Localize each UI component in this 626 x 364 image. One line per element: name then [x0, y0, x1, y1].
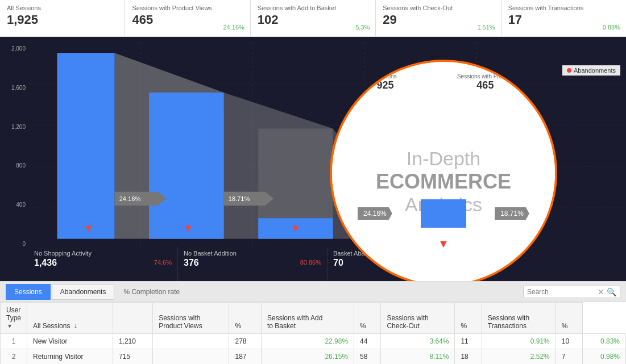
cell-product-views-pct-1: 26.15%: [261, 349, 354, 365]
th-check-out-label: Sessions withCheck-Out: [387, 314, 428, 330]
mag-pct-row: 24.16% 18.71%: [332, 199, 555, 228]
magnifier-ecommerce: ECOMMERCE: [376, 170, 511, 194]
svg-text:▼: ▼: [291, 223, 301, 234]
cell-empty-1: [153, 349, 229, 365]
abandonments-label: Abandonments: [574, 67, 616, 74]
th-product-views-label: Sessions withProduct Views: [159, 314, 202, 330]
stat-all-sessions: All Sessions 1,925: [0, 0, 125, 36]
th-check-out: Sessions withCheck-Out: [381, 303, 455, 334]
th-all-sessions-label: All Sessions: [33, 322, 70, 330]
stat-check-out-label: Sessions with Check-Out: [383, 5, 494, 11]
funnel-col-no-basket: No Basket Addition 376 80.86%: [178, 247, 327, 281]
cell-add-basket-1: 58: [354, 349, 381, 365]
search-input[interactable]: [527, 288, 595, 296]
y-label-1600: 1,600: [11, 85, 26, 91]
svg-rect-16: [57, 53, 115, 239]
stat-product-views-pct: 24.16%: [223, 24, 244, 31]
svg-text:18.71%: 18.71%: [229, 195, 250, 202]
mag-stat-product: Sessions with Produ... 465: [457, 73, 513, 91]
th-all-sessions[interactable]: All Sessions ↓: [27, 303, 113, 334]
th-empty: [113, 303, 152, 334]
mag-pct2: 18.71%: [495, 207, 529, 220]
cell-checkout-0: 11: [455, 334, 482, 349]
cell-checkout-pct-0: 0.91%: [482, 334, 555, 349]
cell-transactions-0: 10: [555, 334, 582, 349]
mag-blue-bar: [421, 199, 466, 228]
search-clear-icon[interactable]: ✕: [598, 287, 604, 296]
magnifier-content: Sessions 925 Sessions with Produ... 465 …: [332, 62, 555, 281]
cell-transactions-1: 7: [555, 349, 582, 365]
no-basket-value: 376: [184, 258, 199, 267]
data-table: User Type ▾ All Sessions ↓ Sessions with…: [0, 302, 626, 364]
cell-product-views-pct-0: 22.98%: [261, 334, 354, 349]
table-row: 1 New Visitor 1,210 278 22.98% 44 3.64% …: [1, 334, 626, 349]
magnifier-indepth: In-Depth: [376, 148, 511, 170]
cell-user-type-1: Returning Visitor: [27, 349, 113, 365]
th-user-type-filter-icon[interactable]: ▾: [8, 322, 11, 330]
stat-add-to-basket-pct: 5.3%: [355, 24, 370, 31]
stat-add-to-basket-value: 102: [258, 12, 368, 27]
th-product-views: Sessions withProduct Views: [153, 303, 229, 334]
stats-bar: All Sessions 1,925 Sessions with Product…: [0, 0, 626, 37]
th-all-sessions-sort-icon[interactable]: ↓: [74, 322, 77, 330]
y-label-400: 400: [16, 202, 26, 208]
mag-stat-sessions: Sessions 925: [374, 73, 397, 91]
cell-all-sessions-1: 715: [113, 349, 152, 365]
y-label-1200: 1,200: [11, 124, 26, 130]
tab-completion-rate[interactable]: % Completion rate: [115, 284, 188, 299]
svg-text:24.16%: 24.16%: [119, 195, 141, 202]
cell-add-basket-0: 44: [354, 334, 381, 349]
th-user-type-label: User Type: [6, 306, 21, 322]
y-label-800: 800: [16, 162, 26, 169]
th-add-to-basket: Sessions with Addto Basket: [261, 303, 354, 334]
stat-check-out: Sessions with Check-Out 29 1.51%: [376, 0, 501, 36]
no-shopping-pct: 74.6%: [154, 259, 172, 266]
stat-transactions: Sessions with Transactions 17 0.88%: [501, 0, 626, 36]
row-num-1: 2: [1, 349, 27, 365]
stat-product-views-label: Sessions with Product Views: [132, 5, 243, 11]
no-basket-label: No Basket Addition: [184, 250, 321, 257]
cell-all-sessions-0: 1,210: [113, 334, 152, 349]
stat-transactions-label: Sessions with Transactions: [508, 5, 619, 11]
chart-area: 2,000 1,600 1,200 800 400 0: [0, 37, 626, 281]
th-transactions-pct: %: [555, 303, 582, 334]
no-basket-pct: 80.86%: [300, 259, 321, 266]
tab-abandonments[interactable]: Abandonments: [52, 284, 115, 300]
cell-empty-0: [153, 334, 229, 349]
mag-product-value: 465: [457, 80, 513, 91]
abandonments-legend: Abandonments: [562, 65, 620, 76]
cell-user-type-0: New Visitor: [27, 334, 113, 349]
th-transactions: Sessions withTransactions: [482, 303, 555, 334]
th-product-views-pct: %: [229, 303, 262, 334]
no-shopping-label: No Shopping Activity: [34, 250, 172, 257]
table-row: 2 Returning Visitor 715 187 26.15% 58 8.…: [1, 349, 626, 365]
tab-sessions[interactable]: Sessions: [6, 284, 51, 300]
stat-add-to-basket-label: Sessions with Add to Basket: [258, 5, 368, 11]
th-transactions-label: Sessions withTransactions: [488, 314, 529, 330]
mag-product-label: Sessions with Produ...: [457, 73, 513, 80]
svg-rect-17: [149, 93, 223, 239]
cell-transactions-pct-1: 0.98%: [583, 349, 626, 365]
no-shopping-value: 1,436: [34, 258, 57, 267]
magnifier-overlay: Sessions 925 Sessions with Produ... 465 …: [330, 60, 557, 281]
th-add-to-basket-pct: %: [354, 303, 381, 334]
search-container: ✕ 🔍: [523, 286, 620, 298]
mag-red-arrow: ▼: [438, 237, 449, 250]
svg-text:▼: ▼: [84, 223, 94, 234]
y-label-2000: 2,000: [11, 45, 26, 52]
table-section: Sessions Abandonments % Completion rate …: [0, 281, 626, 364]
stat-add-to-basket: Sessions with Add to Basket 102 5.3%: [251, 0, 376, 36]
stat-transactions-pct: 0.88%: [603, 24, 620, 31]
mag-sessions-value: 925: [374, 80, 397, 91]
mag-sessions-label: Sessions: [374, 73, 397, 80]
magnifier-stats: Sessions 925 Sessions with Produ... 465: [332, 73, 555, 91]
funnel-col-no-shopping: No Shopping Activity 1,436 74.6%: [28, 247, 178, 281]
search-icon[interactable]: 🔍: [607, 287, 616, 296]
y-label-0: 0: [22, 241, 26, 247]
th-check-out-pct: %: [455, 303, 482, 334]
th-user-type[interactable]: User Type ▾: [1, 303, 27, 334]
stat-check-out-pct: 1.51%: [477, 24, 495, 31]
cell-transactions-pct-0: 0.83%: [583, 334, 626, 349]
tab-bar: Sessions Abandonments % Completion rate …: [0, 282, 626, 302]
cell-add-basket-pct-0: 3.64%: [381, 334, 455, 349]
